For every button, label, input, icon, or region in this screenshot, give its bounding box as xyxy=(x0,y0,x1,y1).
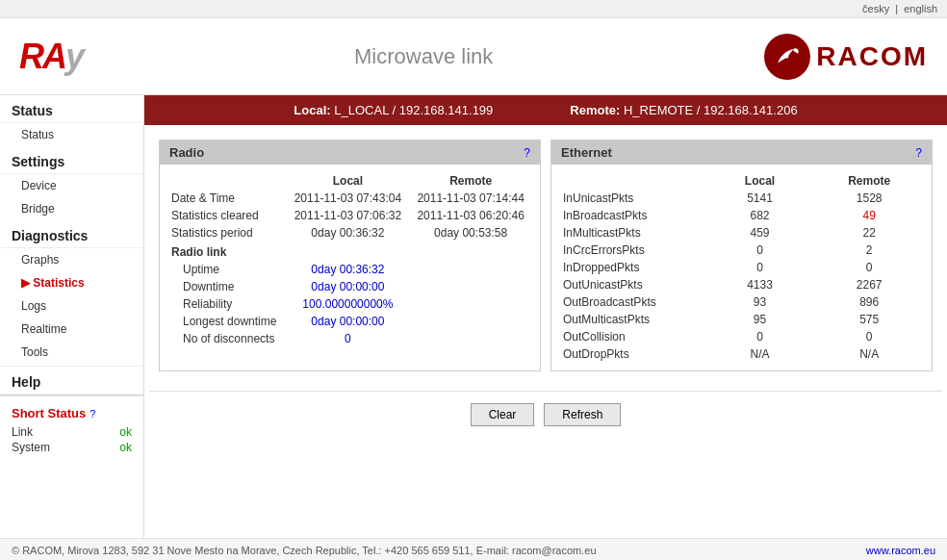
radio-row-label: Statistics cleared xyxy=(167,207,287,224)
lang-bar: česky | english xyxy=(0,0,947,18)
radio-help-link[interactable]: ? xyxy=(524,146,530,160)
status-bar: Local: L_LOCAL / 192.168.141.199 Remote:… xyxy=(144,95,947,125)
radio-row-remote: 2011-11-03 07:14:44 xyxy=(409,190,532,207)
eth-row-remote: 49 xyxy=(814,207,924,224)
radio-panel-header: Radio ? xyxy=(160,140,540,165)
eth-row-remote: 0 xyxy=(814,328,924,345)
sidebar-item-device[interactable]: Device xyxy=(0,174,143,197)
eth-row-remote: 2267 xyxy=(814,276,924,293)
radio-panel-body: Local Remote Date & Time 2011-11-03 07:4… xyxy=(160,165,540,355)
eth-row-local: 4133 xyxy=(705,276,815,293)
radio-col-remote: Remote xyxy=(409,172,532,190)
eth-row-label: InUnicastPkts xyxy=(559,190,705,207)
eth-row-local: 93 xyxy=(705,293,815,311)
radio-row-remote xyxy=(409,261,532,278)
clear-button[interactable]: Clear xyxy=(471,403,535,426)
radio-row-remote xyxy=(409,313,532,330)
short-status-system-label: System xyxy=(12,441,50,454)
eth-row-label: InMulticastPkts xyxy=(559,224,705,242)
eth-row-label: OutCollision xyxy=(559,328,705,345)
local-info: Local: L_LOCAL / 192.168.141.199 xyxy=(294,103,493,117)
radio-row-label: Uptime xyxy=(167,261,287,278)
racom-bird-icon xyxy=(772,41,803,72)
short-status-help[interactable]: ? xyxy=(90,408,95,420)
eth-row-local: 459 xyxy=(705,224,815,242)
buttons-bar: Clear Refresh xyxy=(149,391,942,438)
radio-col-local: Local xyxy=(287,172,410,190)
english-link[interactable]: english xyxy=(904,3,937,14)
eth-row-local: 0 xyxy=(705,242,815,259)
ethernet-panel: Ethernet ? Local Remote In xyxy=(550,140,933,371)
short-status-label: Short Status xyxy=(12,406,86,420)
content-area: Local: L_LOCAL / 192.168.141.199 Remote:… xyxy=(144,95,947,538)
racom-icon xyxy=(764,34,810,80)
radio-row-local: 2011-11-03 07:06:32 xyxy=(287,207,410,224)
eth-row-remote: 0 xyxy=(814,259,924,276)
radio-row-local: 0day 00:36:32 xyxy=(287,261,410,278)
eth-row-label: OutMulticastPkts xyxy=(559,311,705,328)
eth-row-remote: 22 xyxy=(814,224,924,242)
eth-row-local: 95 xyxy=(705,311,815,328)
footer-link[interactable]: www.racom.eu xyxy=(866,545,935,556)
remote-label: Remote: xyxy=(570,103,620,117)
sidebar-item-bridge[interactable]: Bridge xyxy=(0,197,143,220)
eth-row-remote: 575 xyxy=(814,311,924,328)
radio-row-label: Statistics period xyxy=(167,224,287,242)
eth-row-local: 0 xyxy=(705,328,815,345)
radio-row-label: Date & Time xyxy=(167,190,287,207)
radio-row-label: No of disconnects xyxy=(167,330,287,347)
racom-logo: RACOM xyxy=(764,34,928,80)
sidebar-item-graphs[interactable]: Graphs xyxy=(0,248,143,271)
sidebar-section-help: Help xyxy=(0,366,143,395)
sidebar-item-status[interactable]: Status xyxy=(0,123,143,146)
local-val: L_LOCAL / 192.168.141.199 xyxy=(334,103,493,117)
eth-row-label: OutDropPkts xyxy=(559,345,705,363)
eth-row-remote: 1528 xyxy=(814,190,924,207)
radio-row-label: Longest downtime xyxy=(167,313,287,330)
sidebar-item-tools[interactable]: Tools xyxy=(0,341,143,364)
eth-row-remote: 896 xyxy=(814,293,924,311)
short-status-link-label: Link xyxy=(12,425,33,439)
radio-row-remote: 2011-11-03 06:20:46 xyxy=(409,207,532,224)
eth-col-remote: Remote xyxy=(814,172,924,190)
eth-row-label: InCrcErrorsPkts xyxy=(559,242,705,259)
ethernet-panel-header: Ethernet ? xyxy=(551,140,932,165)
czech-link[interactable]: česky xyxy=(862,3,889,14)
radio-col-label xyxy=(167,172,287,190)
panels-area: Radio ? Local Remote Dat xyxy=(144,125,947,386)
sidebar: Status Status Settings Device Bridge Dia… xyxy=(0,95,144,538)
sidebar-item-statistics[interactable]: Statistics xyxy=(0,271,143,294)
short-status-system-value[interactable]: ok xyxy=(119,441,132,454)
main-layout: Status Status Settings Device Bridge Dia… xyxy=(0,95,947,538)
sidebar-section-settings: Settings xyxy=(0,146,143,174)
radio-row-local: 0day 00:00:00 xyxy=(287,278,410,295)
lang-sep: | xyxy=(895,3,898,14)
radio-section-label: Radio link xyxy=(167,242,532,261)
logo-y: y xyxy=(65,37,83,76)
eth-row-label: InBroadcastPkts xyxy=(559,207,705,224)
remote-info: Remote: H_REMOTE / 192.168.141.206 xyxy=(570,103,797,117)
logo: RAy xyxy=(19,37,83,77)
header: RAy Microwave link RACOM xyxy=(0,18,947,95)
radio-row-local: 0day 00:00:00 xyxy=(287,313,410,330)
sidebar-item-logs[interactable]: Logs xyxy=(0,294,143,318)
ethernet-panel-title: Ethernet xyxy=(561,145,612,160)
short-status-link-value[interactable]: ok xyxy=(119,425,132,439)
ethernet-panel-body: Local Remote InUnicastPkts 5141 1528 InB… xyxy=(551,165,932,370)
radio-row-local: 2011-11-03 07:43:04 xyxy=(287,190,410,207)
eth-row-label: InDroppedPkts xyxy=(559,259,705,276)
short-status-title: Short Status ? xyxy=(12,406,132,420)
sidebar-section-diagnostics: Diagnostics xyxy=(0,220,143,248)
sidebar-item-realtime[interactable]: Realtime xyxy=(0,318,143,341)
racom-brand-name: RACOM xyxy=(816,41,928,72)
ethernet-help-link[interactable]: ? xyxy=(915,146,922,160)
refresh-button[interactable]: Refresh xyxy=(544,403,621,426)
short-status-panel: Short Status ? Link ok System ok xyxy=(0,395,143,465)
eth-row-label: OutBroadcastPkts xyxy=(559,293,705,311)
eth-row-remote: N/A xyxy=(814,345,924,363)
radio-panel-title: Radio xyxy=(169,145,204,160)
footer: © RACOM, Mirova 1283, 592 31 Nove Mesto … xyxy=(0,538,947,560)
radio-row-remote xyxy=(409,330,532,347)
eth-col-label xyxy=(559,172,705,190)
sidebar-section-status: Status xyxy=(0,95,143,123)
